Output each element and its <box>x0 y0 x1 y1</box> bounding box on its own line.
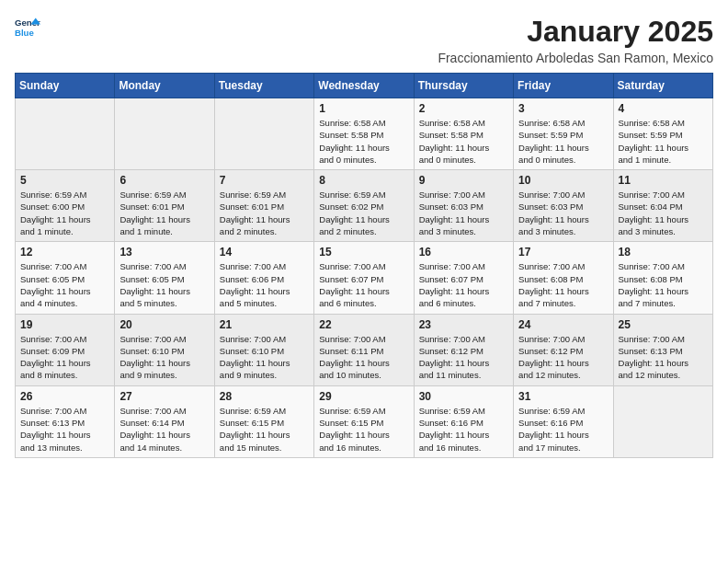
day-info: Sunrise: 7:00 AM Sunset: 6:13 PM Dayligh… <box>619 333 708 382</box>
day-number: 15 <box>319 246 408 259</box>
calendar-cell: 31Sunrise: 6:59 AM Sunset: 6:16 PM Dayli… <box>514 385 613 457</box>
day-info: Sunrise: 6:58 AM Sunset: 5:58 PM Dayligh… <box>319 117 408 166</box>
day-info: Sunrise: 6:59 AM Sunset: 6:16 PM Dayligh… <box>419 405 508 454</box>
day-number: 28 <box>220 390 309 403</box>
calendar-cell: 22Sunrise: 7:00 AM Sunset: 6:11 PM Dayli… <box>314 314 414 385</box>
calendar-cell: 7Sunrise: 6:59 AM Sunset: 6:01 PM Daylig… <box>214 170 313 242</box>
calendar-cell <box>16 98 115 170</box>
day-number: 13 <box>119 246 209 259</box>
calendar-cell: 15Sunrise: 7:00 AM Sunset: 6:07 PM Dayli… <box>314 242 414 314</box>
calendar-week-row: 12Sunrise: 7:00 AM Sunset: 6:05 PM Dayli… <box>16 242 713 314</box>
day-info: Sunrise: 7:00 AM Sunset: 6:14 PM Dayligh… <box>119 405 209 454</box>
day-info: Sunrise: 7:00 AM Sunset: 6:10 PM Dayligh… <box>119 333 209 382</box>
day-info: Sunrise: 6:59 AM Sunset: 6:02 PM Dayligh… <box>319 189 408 237</box>
calendar-cell: 6Sunrise: 6:59 AM Sunset: 6:01 PM Daylig… <box>115 170 214 242</box>
weekday-header: Saturday <box>613 74 712 98</box>
day-info: Sunrise: 6:59 AM Sunset: 6:15 PM Dayligh… <box>319 405 408 454</box>
calendar-week-row: 19Sunrise: 7:00 AM Sunset: 6:09 PM Dayli… <box>16 314 713 385</box>
calendar-cell: 9Sunrise: 7:00 AM Sunset: 6:03 PM Daylig… <box>414 170 513 242</box>
day-info: Sunrise: 7:00 AM Sunset: 6:05 PM Dayligh… <box>119 260 209 309</box>
day-info: Sunrise: 7:00 AM Sunset: 6:11 PM Dayligh… <box>319 333 408 382</box>
calendar-cell: 1Sunrise: 6:58 AM Sunset: 5:58 PM Daylig… <box>314 98 414 170</box>
day-number: 26 <box>20 390 109 403</box>
day-number: 16 <box>419 246 508 259</box>
day-info: Sunrise: 7:00 AM Sunset: 6:04 PM Dayligh… <box>619 189 708 237</box>
day-number: 25 <box>619 318 708 331</box>
calendar-cell: 4Sunrise: 6:58 AM Sunset: 5:59 PM Daylig… <box>613 98 712 170</box>
day-number: 8 <box>319 174 408 187</box>
calendar-cell: 2Sunrise: 6:58 AM Sunset: 5:58 PM Daylig… <box>414 98 513 170</box>
day-info: Sunrise: 6:58 AM Sunset: 5:59 PM Dayligh… <box>518 117 608 166</box>
calendar-cell: 25Sunrise: 7:00 AM Sunset: 6:13 PM Dayli… <box>613 314 712 385</box>
day-number: 2 <box>419 102 508 115</box>
calendar-week-row: 1Sunrise: 6:58 AM Sunset: 5:58 PM Daylig… <box>16 98 713 170</box>
day-info: Sunrise: 7:00 AM Sunset: 6:12 PM Dayligh… <box>419 333 508 382</box>
day-number: 17 <box>518 246 608 259</box>
calendar-table: SundayMondayTuesdayWednesdayThursdayFrid… <box>15 73 713 458</box>
day-number: 24 <box>518 318 608 331</box>
calendar-cell: 18Sunrise: 7:00 AM Sunset: 6:08 PM Dayli… <box>613 242 712 314</box>
weekday-header: Monday <box>115 74 214 98</box>
day-number: 12 <box>20 246 109 259</box>
day-number: 20 <box>119 318 209 331</box>
calendar-cell <box>613 385 712 457</box>
day-number: 27 <box>119 390 209 403</box>
calendar-cell: 8Sunrise: 6:59 AM Sunset: 6:02 PM Daylig… <box>314 170 414 242</box>
calendar-cell: 27Sunrise: 7:00 AM Sunset: 6:14 PM Dayli… <box>115 385 214 457</box>
day-info: Sunrise: 6:58 AM Sunset: 5:59 PM Dayligh… <box>619 117 708 166</box>
day-info: Sunrise: 7:00 AM Sunset: 6:07 PM Dayligh… <box>319 260 408 309</box>
day-info: Sunrise: 7:00 AM Sunset: 6:09 PM Dayligh… <box>20 333 109 382</box>
day-number: 6 <box>119 174 209 187</box>
calendar-cell: 30Sunrise: 6:59 AM Sunset: 6:16 PM Dayli… <box>414 385 513 457</box>
day-number: 22 <box>319 318 408 331</box>
calendar-cell: 16Sunrise: 7:00 AM Sunset: 6:07 PM Dayli… <box>414 242 513 314</box>
day-number: 19 <box>20 318 109 331</box>
calendar-header-row: SundayMondayTuesdayWednesdayThursdayFrid… <box>16 74 713 98</box>
title-block: January 2025 Fraccionamiento Arboledas S… <box>438 15 713 65</box>
day-info: Sunrise: 6:59 AM Sunset: 6:01 PM Dayligh… <box>119 189 209 237</box>
calendar-cell: 28Sunrise: 6:59 AM Sunset: 6:15 PM Dayli… <box>214 385 313 457</box>
day-info: Sunrise: 7:00 AM Sunset: 6:05 PM Dayligh… <box>20 260 109 309</box>
weekday-header: Friday <box>514 74 613 98</box>
day-number: 10 <box>518 174 608 187</box>
calendar-cell: 5Sunrise: 6:59 AM Sunset: 6:00 PM Daylig… <box>16 170 115 242</box>
calendar-cell: 19Sunrise: 7:00 AM Sunset: 6:09 PM Dayli… <box>16 314 115 385</box>
calendar-cell: 12Sunrise: 7:00 AM Sunset: 6:05 PM Dayli… <box>16 242 115 314</box>
day-info: Sunrise: 6:59 AM Sunset: 6:15 PM Dayligh… <box>220 405 309 454</box>
calendar-cell: 3Sunrise: 6:58 AM Sunset: 5:59 PM Daylig… <box>514 98 613 170</box>
day-info: Sunrise: 6:58 AM Sunset: 5:58 PM Dayligh… <box>419 117 508 166</box>
weekday-header: Tuesday <box>214 74 313 98</box>
day-info: Sunrise: 6:59 AM Sunset: 6:00 PM Dayligh… <box>20 189 109 237</box>
svg-text:Blue: Blue <box>15 28 34 38</box>
day-number: 29 <box>319 390 408 403</box>
day-number: 30 <box>419 390 508 403</box>
calendar-cell: 20Sunrise: 7:00 AM Sunset: 6:10 PM Dayli… <box>115 314 214 385</box>
calendar-cell: 24Sunrise: 7:00 AM Sunset: 6:12 PM Dayli… <box>514 314 613 385</box>
day-number: 23 <box>419 318 508 331</box>
logo-icon: General Blue <box>15 15 40 40</box>
day-number: 11 <box>619 174 708 187</box>
calendar-cell: 11Sunrise: 7:00 AM Sunset: 6:04 PM Dayli… <box>613 170 712 242</box>
day-number: 18 <box>619 246 708 259</box>
day-number: 21 <box>220 318 309 331</box>
day-number: 14 <box>220 246 309 259</box>
day-info: Sunrise: 7:00 AM Sunset: 6:03 PM Dayligh… <box>419 189 508 237</box>
weekday-header: Thursday <box>414 74 513 98</box>
day-number: 4 <box>619 102 708 115</box>
month-title: January 2025 <box>438 15 713 49</box>
calendar-cell: 21Sunrise: 7:00 AM Sunset: 6:10 PM Dayli… <box>214 314 313 385</box>
day-number: 1 <box>319 102 408 115</box>
calendar-cell <box>214 98 313 170</box>
calendar-cell: 29Sunrise: 6:59 AM Sunset: 6:15 PM Dayli… <box>314 385 414 457</box>
calendar-cell: 26Sunrise: 7:00 AM Sunset: 6:13 PM Dayli… <box>16 385 115 457</box>
weekday-header: Sunday <box>16 74 115 98</box>
calendar-week-row: 5Sunrise: 6:59 AM Sunset: 6:00 PM Daylig… <box>16 170 713 242</box>
day-info: Sunrise: 7:00 AM Sunset: 6:10 PM Dayligh… <box>220 333 309 382</box>
day-number: 7 <box>220 174 309 187</box>
day-info: Sunrise: 7:00 AM Sunset: 6:07 PM Dayligh… <box>419 260 508 309</box>
calendar-cell: 14Sunrise: 7:00 AM Sunset: 6:06 PM Dayli… <box>214 242 313 314</box>
page-header: General Blue January 2025 Fraccionamient… <box>15 15 713 65</box>
subtitle: Fraccionamiento Arboledas San Ramon, Mex… <box>438 51 713 65</box>
calendar-cell: 17Sunrise: 7:00 AM Sunset: 6:08 PM Dayli… <box>514 242 613 314</box>
day-info: Sunrise: 7:00 AM Sunset: 6:08 PM Dayligh… <box>518 260 608 309</box>
